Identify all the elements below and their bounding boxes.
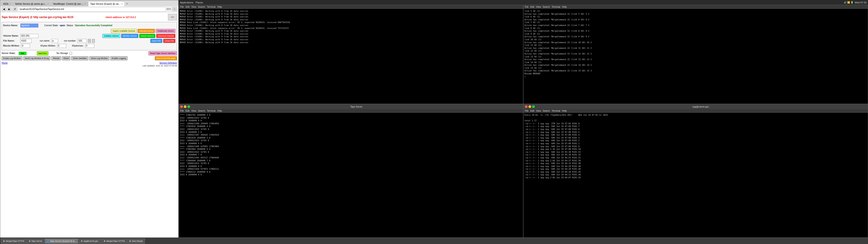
show-variables-button[interactable]: Show Variables	[71, 56, 88, 60]
reload-button[interactable]: Reload	[51, 56, 61, 60]
next-run-button[interactable]: Next Run	[37, 51, 49, 55]
status-label: Status:	[66, 24, 73, 27]
zoom-level: 80%	[166, 8, 171, 10]
tab-newmerger[interactable]: NewMerger: Control @ carr-... ×	[51, 1, 88, 6]
nm-view-menu[interactable]: View	[191, 6, 196, 8]
merger-http-content[interactable]: link 5 GO (1) Action has completed: Merg…	[524, 9, 868, 104]
npg-file-menu[interactable]: File	[525, 110, 528, 112]
tab-aida[interactable]: AIDA ×	[1, 1, 13, 6]
bookmark-button[interactable]: ☆	[172, 7, 177, 11]
npg-view-menu[interactable]: View	[536, 110, 541, 112]
back-button[interactable]: ◀	[2, 7, 6, 11]
run-name-input[interactable]	[51, 39, 58, 43]
ts-view-menu[interactable]: View	[191, 110, 196, 112]
mh-file-menu[interactable]: File	[525, 6, 528, 8]
close-tab-tapeservice[interactable]: ×	[121, 3, 123, 5]
run-number-up[interactable]: +	[88, 39, 91, 43]
home-link[interactable]: Home	[2, 62, 8, 64]
taskbar-new-merger[interactable]: 🖥 New Merger	[127, 239, 145, 244]
close-tab-newmerger[interactable]: ×	[84, 3, 86, 5]
forward-button[interactable]: ▶	[7, 7, 11, 11]
browser-icon: 🌐	[47, 240, 49, 242]
close-tab-aida[interactable]: ×	[9, 3, 11, 5]
mh-view-menu[interactable]: View	[536, 6, 541, 8]
npg-search-menu[interactable]: Search	[543, 110, 550, 112]
npg-close[interactable]	[525, 105, 528, 108]
service-def-link[interactable]: Service Definition	[159, 62, 177, 64]
tape-server-min[interactable]	[184, 105, 186, 108]
khytes-sec-input[interactable]	[85, 44, 94, 48]
mount-button[interactable]: Mount Volume	[139, 34, 156, 38]
device-name-input[interactable]	[20, 24, 38, 28]
npg-terminal-menu[interactable]: Terminal	[552, 110, 560, 112]
nm-help-menu[interactable]: Help	[217, 6, 222, 8]
browser-tabs: AIDA × NetVar Service @ carme-go-i... × …	[0, 0, 178, 6]
reset-page-button[interactable]: Reset	[62, 56, 70, 60]
mh-help-menu[interactable]: Help	[562, 6, 567, 8]
right-panel-col: Merger/Tape HTTPd File Edit View Search …	[523, 0, 868, 238]
close-tab-netvar[interactable]: ×	[48, 3, 49, 5]
top-bar-places[interactable]: Places	[195, 1, 203, 4]
taskbar-tapeservice[interactable]: 🌐 Tape Service (Expert) @ ta...	[45, 239, 78, 244]
taskbar-tape-server[interactable]: 🖥 Tape Server	[27, 239, 44, 244]
terminal-icon-4: 🖥	[103, 240, 105, 242]
no-storage-checkbox[interactable]	[69, 52, 72, 55]
blocks-written-input[interactable]	[21, 44, 30, 48]
send-log-button[interactable]: Send Log Window to ELog	[23, 56, 51, 60]
npg-edit-menu[interactable]: Edit	[530, 110, 534, 112]
file-name-input[interactable]	[20, 39, 32, 43]
nm-terminal-menu[interactable]: Terminal	[207, 6, 216, 8]
nm-edit-menu[interactable]: Edit	[186, 6, 189, 8]
mh-edit-menu[interactable]: Edit	[530, 6, 534, 8]
taskbar-merger-http[interactable]: 🖥 Merger/Tape HTTPd	[1, 239, 26, 244]
inquire-button[interactable]: Inquire Available Devices	[111, 29, 137, 33]
close-file-button[interactable]: Close File	[163, 39, 176, 43]
deallocate-button[interactable]: Deallocate Device	[156, 29, 176, 33]
run-number-down[interactable]: -	[92, 39, 95, 43]
identify-button[interactable]: Identify Volume	[121, 34, 138, 38]
npg-min[interactable]	[528, 105, 531, 108]
empty-log-button[interactable]: Empty Log Window	[2, 56, 22, 60]
npg-help-menu[interactable]: Help	[562, 110, 567, 112]
tab-tapeservice[interactable]: Tape Service (Expert) @ car... ×	[88, 1, 125, 6]
new-tab-button[interactable]: +	[125, 1, 129, 6]
ts-edit-menu[interactable]: Edit	[186, 110, 189, 112]
new-merger-content[interactable]: MERGE Actor (31496): Working with 0 from…	[179, 9, 523, 104]
taskbar-merger-http2[interactable]: 🖥 Merger/Tape HTTPd	[101, 239, 127, 244]
device-row: Device Name: Current State: open Status:…	[3, 24, 176, 33]
reset-tape-button[interactable]: Reset Tape Server Interface	[149, 51, 177, 55]
how-to-button[interactable]: How to use this page	[155, 56, 177, 60]
ts-help-menu[interactable]: Help	[217, 110, 222, 112]
ts-file-menu[interactable]: File	[180, 110, 184, 112]
enable-logging-button[interactable]: Enable Logging	[110, 56, 128, 60]
run-number-input[interactable]	[78, 39, 87, 43]
tape-server-max[interactable]	[187, 105, 190, 108]
show-log-button[interactable]: Show Log Window	[89, 56, 110, 60]
logo: GSI	[168, 14, 177, 21]
open-file-button[interactable]: Open File	[150, 39, 162, 43]
top-bar-applications[interactable]: Applications	[180, 1, 193, 4]
tab-netvar[interactable]: NetVar Service @ carme-go-i... ×	[13, 1, 51, 6]
allocate-button[interactable]: Allocate Device	[138, 29, 155, 33]
npg-max[interactable]	[532, 105, 535, 108]
ts-search-menu[interactable]: Search	[198, 110, 205, 112]
tape-server-content[interactable]: **** 17883792 2048000 3 8 2222 -18966228…	[179, 113, 523, 238]
dismount-button[interactable]: Dismount Volume	[156, 34, 176, 38]
init-volume-button[interactable]: Initialize Volume	[102, 34, 120, 38]
url-bar[interactable]	[18, 7, 166, 11]
mh-terminal-menu[interactable]: Terminal	[552, 6, 560, 8]
khytes-written-input[interactable]	[57, 44, 66, 48]
nm-search-menu[interactable]: Search	[198, 6, 205, 8]
tape-server-close[interactable]	[180, 105, 183, 108]
ts-terminal-menu[interactable]: Terminal	[207, 110, 216, 112]
npg-panel: npg@carme-gsi:- File Edit View Search Te…	[523, 104, 868, 238]
panels-container: New Merger File Edit View Search Termina…	[179, 0, 868, 238]
npg-content[interactable]: Every 10.0s: ls -lth /TapeData/022-201/ …	[524, 113, 868, 238]
terminal-icon-3: 🖥	[81, 240, 83, 242]
nm-file-menu[interactable]: File	[180, 6, 184, 8]
mh-search-menu[interactable]: Search	[543, 6, 550, 8]
volume-name-input[interactable]	[20, 34, 38, 38]
reload-browser-button[interactable]: ↺	[12, 7, 17, 11]
tape-server-titlebar: Tape Server	[179, 104, 523, 109]
taskbar-npg[interactable]: 🖥 npg@carme-gsi:-	[79, 239, 101, 244]
